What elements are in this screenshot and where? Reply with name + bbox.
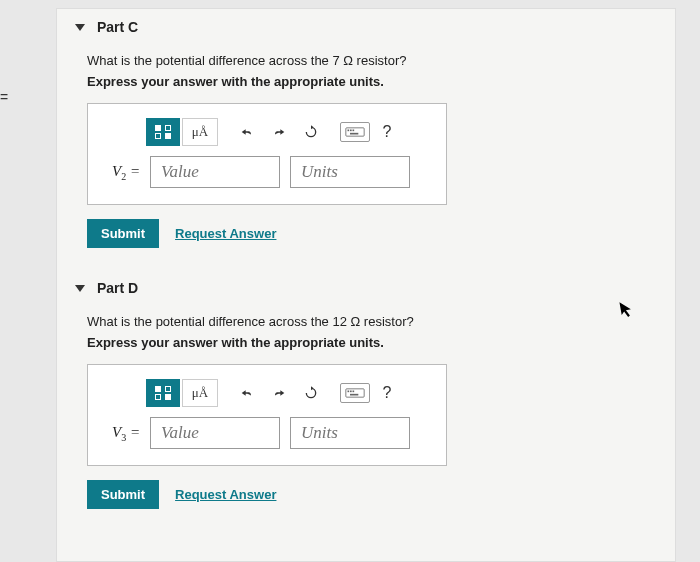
chevron-down-icon[interactable] — [75, 24, 85, 31]
part-c-body: What is the potential difference across … — [57, 45, 675, 270]
help-button[interactable]: ? — [372, 118, 402, 146]
svg-rect-7 — [350, 391, 352, 393]
part-d-toolbar: μÅ ? — [146, 379, 430, 407]
svg-rect-6 — [348, 391, 350, 393]
undo-button[interactable] — [232, 118, 262, 146]
part-c-variable-label: V2 = — [104, 163, 140, 182]
part-d-submit-button[interactable]: Submit — [87, 480, 159, 509]
keyboard-button[interactable] — [340, 122, 370, 142]
reset-button[interactable] — [296, 379, 326, 407]
part-c-instruction: Express your answer with the appropriate… — [87, 74, 645, 89]
redo-button[interactable] — [264, 379, 294, 407]
part-d-question: What is the potential difference across … — [87, 314, 645, 329]
part-d-body: What is the potential difference across … — [57, 306, 675, 531]
part-c-units-input[interactable] — [290, 156, 410, 188]
part-d-variable-label: V3 = — [104, 424, 140, 443]
svg-rect-5 — [346, 389, 364, 397]
part-c-answer-box: μÅ ? V2 = — [87, 103, 447, 205]
svg-rect-3 — [353, 130, 355, 132]
part-d-units-input[interactable] — [290, 417, 410, 449]
part-c-input-row: V2 = — [104, 156, 430, 188]
keyboard-button[interactable] — [340, 383, 370, 403]
part-d-value-input[interactable] — [150, 417, 280, 449]
part-c-submit-row: Submit Request Answer — [87, 219, 645, 248]
help-button[interactable]: ? — [372, 379, 402, 407]
templates-button[interactable] — [146, 118, 180, 146]
part-d-instruction: Express your answer with the appropriate… — [87, 335, 645, 350]
redo-button[interactable] — [264, 118, 294, 146]
svg-rect-4 — [350, 133, 358, 135]
part-d-header[interactable]: Part D — [57, 270, 675, 306]
left-edge-fragment: = — [0, 85, 16, 109]
main-panel: Part C What is the potential difference … — [56, 8, 676, 562]
svg-rect-8 — [353, 391, 355, 393]
part-c-request-answer-link[interactable]: Request Answer — [175, 226, 276, 241]
chevron-down-icon[interactable] — [75, 285, 85, 292]
part-c-header[interactable]: Part C — [57, 9, 675, 45]
undo-button[interactable] — [232, 379, 262, 407]
part-d-input-row: V3 = — [104, 417, 430, 449]
part-d-submit-row: Submit Request Answer — [87, 480, 645, 509]
part-c-submit-button[interactable]: Submit — [87, 219, 159, 248]
part-d-title: Part D — [97, 280, 138, 296]
svg-rect-9 — [350, 394, 358, 396]
part-d-request-answer-link[interactable]: Request Answer — [175, 487, 276, 502]
part-c-title: Part C — [97, 19, 138, 35]
reset-button[interactable] — [296, 118, 326, 146]
svg-rect-1 — [348, 130, 350, 132]
part-c-question: What is the potential difference across … — [87, 53, 645, 68]
symbols-button[interactable]: μÅ — [182, 118, 218, 146]
svg-rect-2 — [350, 130, 352, 132]
templates-button[interactable] — [146, 379, 180, 407]
symbols-button[interactable]: μÅ — [182, 379, 218, 407]
part-d-answer-box: μÅ ? V3 = — [87, 364, 447, 466]
part-c-value-input[interactable] — [150, 156, 280, 188]
part-c-toolbar: μÅ ? — [146, 118, 430, 146]
svg-rect-0 — [346, 128, 364, 136]
